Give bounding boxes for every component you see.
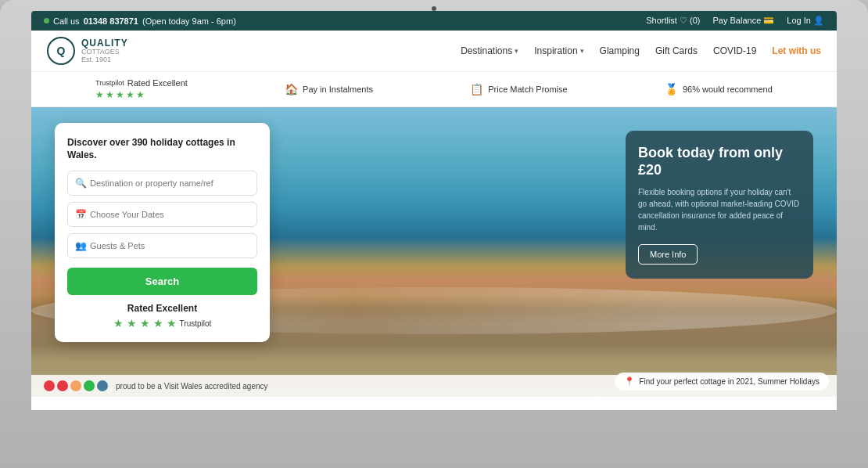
shortlist-link[interactable]: Shortlist ♡ (0) [646, 16, 700, 26]
pin-icon: 📍 [624, 376, 635, 387]
trustpilot-label: Trustpilot [95, 79, 124, 87]
price-match-text: Price Match Promise [488, 85, 567, 94]
rated-excellent-label: Rated Excellent [67, 303, 257, 314]
instalments-text: Pay in Instalments [303, 85, 373, 94]
trust-price-match: 📋 Price Match Promise [470, 83, 567, 95]
star-icon: ★ [167, 317, 177, 329]
top-bar: Call us 01348 837871 (Open today 9am - 6… [31, 11, 837, 31]
open-hours: (Open today 9am - 6pm) [142, 16, 236, 26]
logo-letter: Q [57, 45, 66, 57]
trust-trustpilot: Trustpilot Rated Excellent ★ ★ ★ ★ ★ [95, 78, 188, 100]
destination-input-wrap: 🔍 [67, 171, 257, 196]
search-button[interactable]: Search [67, 268, 257, 295]
star-icon: ★ [140, 317, 150, 329]
trust-stars: ★ ★ ★ ★ ★ [95, 89, 145, 100]
star-icon: ★ [127, 317, 137, 329]
established: Est. 1901 [81, 56, 128, 64]
guests-icon: 👥 [75, 240, 87, 251]
more-info-button[interactable]: More Info [638, 244, 698, 265]
star-icon: ★ [126, 89, 135, 100]
top-bar-right: Shortlist ♡ (0) Pay Balance 💳 Log In 👤 [646, 16, 824, 26]
hero-bottom-bar: 📍 Find your perfect cottage in 2021, Sum… [615, 373, 829, 391]
booking-box: Book today from only £20 Flexible bookin… [626, 131, 813, 279]
calendar-icon: 📅 [75, 209, 87, 220]
nav-inspiration[interactable]: Inspiration ▾ [534, 45, 583, 56]
flag-dot-red [44, 380, 55, 391]
dates-input[interactable] [67, 202, 257, 227]
bottom-strip-label: proud to be a Visit Wales accredited age… [116, 382, 268, 391]
nav-covid[interactable]: COVID-19 [713, 45, 756, 56]
star-icon: ★ [106, 89, 114, 100]
nav-glamping[interactable]: Glamping [600, 45, 640, 56]
guests-input[interactable] [67, 233, 257, 258]
star-icon: ★ [116, 89, 124, 100]
nav-destinations[interactable]: Destinations ▾ [461, 45, 518, 56]
nav-let-with-us[interactable]: Let with us [772, 45, 821, 56]
chevron-down-icon: ▾ [580, 47, 584, 55]
destination-input[interactable] [67, 171, 257, 196]
flag-dot-blue [97, 380, 108, 391]
nav-links: Destinations ▾ Inspiration ▾ Glamping Gi… [461, 45, 821, 56]
flag-dot-orange [70, 380, 81, 391]
call-label: Call us [53, 16, 80, 26]
booking-description: Flexible booking options if your holiday… [638, 186, 801, 233]
logo-text: QUALITY COTTAGES Est. 1901 [81, 38, 128, 64]
phone-number[interactable]: 01348 837871 [84, 16, 138, 26]
star-icon: ★ [153, 317, 163, 329]
laptop-screen: Call us 01348 837871 (Open today 9am - 6… [31, 11, 837, 410]
login-link[interactable]: Log In 👤 [787, 16, 824, 26]
flag-dots [44, 380, 108, 391]
guests-input-wrap: 👥 [67, 233, 257, 258]
logo-area[interactable]: Q QUALITY COTTAGES Est. 1901 [47, 37, 128, 65]
search-card-title: Discover over 390 holiday cottages in Wa… [67, 137, 257, 161]
star-icon: ★ [113, 317, 124, 329]
trust-instalments: 🏠 Pay in Instalments [285, 83, 373, 95]
instalments-icon: 🏠 [285, 83, 298, 95]
flag-dot-red2 [57, 380, 68, 391]
trustpilot-text: Trustpilot [180, 319, 212, 328]
hero-section: Discover over 390 holiday cottages in Wa… [31, 107, 837, 397]
star-icon: ★ [136, 89, 145, 100]
rated-excellent-text: Rated Excellent [127, 78, 188, 88]
search-icon: 🔍 [75, 178, 87, 189]
online-dot [44, 18, 49, 23]
hero-bottom-label: Find your perfect cottage in 2021, Summe… [639, 377, 820, 386]
booking-title: Book today from only £20 [638, 145, 801, 178]
nav-gift-cards[interactable]: Gift Cards [655, 45, 698, 56]
laptop-frame: Call us 01348 837871 (Open today 9am - 6… [0, 0, 868, 468]
nav-bar: Q QUALITY COTTAGES Est. 1901 Destination… [31, 31, 837, 72]
star-icon: ★ [95, 89, 104, 100]
recommend-text: 96% would recommend [683, 85, 773, 94]
top-bar-left: Call us 01348 837871 (Open today 9am - 6… [44, 16, 236, 26]
logo-circle: Q [47, 37, 75, 65]
flag-dot-green [84, 380, 95, 391]
trust-recommend: 🏅 96% would recommend [665, 83, 773, 95]
pay-balance-link[interactable]: Pay Balance 💳 [713, 16, 775, 26]
trust-bar: Trustpilot Rated Excellent ★ ★ ★ ★ ★ 🏠 P… [31, 72, 837, 107]
price-match-icon: 📋 [470, 83, 483, 95]
search-card: Discover over 390 holiday cottages in Wa… [55, 123, 270, 342]
chevron-down-icon: ▾ [515, 47, 518, 55]
search-card-footer: Rated Excellent ★ ★ ★ ★ ★ Trustpilot [67, 303, 257, 329]
dates-input-wrap: 📅 [67, 202, 257, 227]
recommend-icon: 🏅 [665, 83, 678, 95]
card-stars: ★ ★ ★ ★ ★ Trustpilot [67, 317, 257, 329]
